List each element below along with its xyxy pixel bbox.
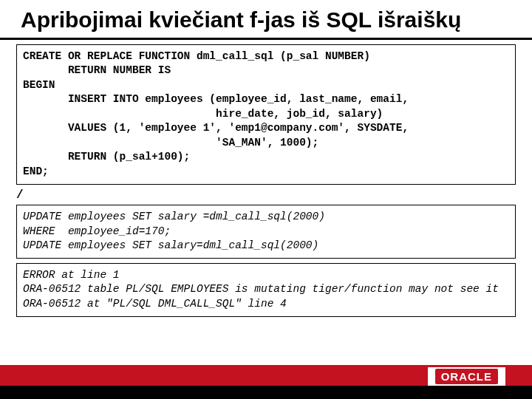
oracle-logo-text: ORACLE — [435, 369, 498, 384]
code-text-1b: UPDATE employees SET salary =dml_call_sq… — [23, 211, 325, 251]
slide-title: Apribojimai kviečiant f-jas iš SQL išrai… — [0, 0, 532, 38]
slash-line: / — [16, 189, 532, 202]
code-block-1b: UPDATE employees SET salary =dml_call_sq… — [16, 205, 516, 259]
error-block: ERROR at line 1 ORA-06512 table PL/SQL E… — [16, 263, 516, 317]
slide: Apribojimai kviečiant f-jas iš SQL išrai… — [0, 0, 532, 399]
code-text-1: CREATE OR REPLACE FUNCTION dml_call_sql … — [23, 50, 409, 178]
error-text: ERROR at line 1 ORA-06512 table PL/SQL E… — [23, 269, 499, 310]
footer-blackbar — [0, 386, 532, 399]
code-block-1: CREATE OR REPLACE FUNCTION dml_call_sql … — [16, 44, 516, 185]
oracle-logo: ORACLE — [428, 367, 505, 386]
title-underline — [0, 38, 532, 40]
footer: ORACLE — [0, 365, 532, 399]
